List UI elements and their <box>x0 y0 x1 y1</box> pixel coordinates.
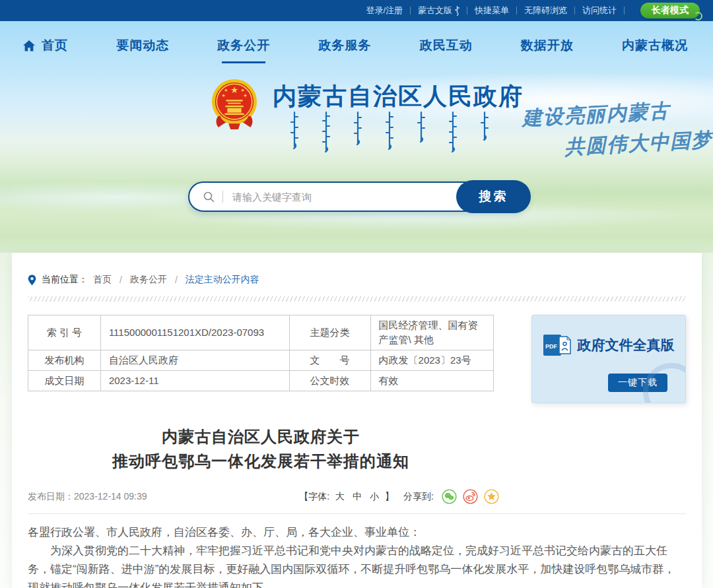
search-bar: 搜索 <box>188 181 529 212</box>
elder-mode-button[interactable]: 长者模式 <box>640 3 700 18</box>
breadcrumb-separator: / <box>119 275 122 285</box>
banner-slogan: 建设亮丽内蒙古 共圆伟大中国梦 <box>522 96 713 164</box>
body-paragraph: 各盟行政公署、市人民政府，自治区各委、办、厅、局，各大企业、事业单位： <box>28 523 686 542</box>
mongolian-mini-icon <box>455 6 459 16</box>
nav-label: 要闻动态 <box>116 37 169 54</box>
wechat-share-icon[interactable] <box>442 489 457 504</box>
weibo-share-icon[interactable] <box>463 489 478 504</box>
meta-label: 成文日期 <box>28 371 101 391</box>
breadcrumb-separator: / <box>175 275 178 285</box>
font-size-prefix: 【字体: <box>299 491 329 503</box>
pdf-download-panel: PDF 政府文件全真版 一键下载 <box>531 315 686 403</box>
breadcrumb: 当前位置： 首页 / 政务公开 / 法定主动公开内容 <box>28 253 686 286</box>
nav-item-overview[interactable]: 内蒙古概况 <box>622 37 688 54</box>
nav-label: 内蒙古概况 <box>622 37 688 54</box>
utility-bar: 登录/注册 蒙古文版 快捷菜单 无障碍浏览 访问统计 长者模式 <box>0 0 713 21</box>
publish-date: 发布日期：2023-12-14 09:39 <box>28 491 147 503</box>
slogan-line1: 建设亮丽内蒙古 <box>522 96 712 133</box>
site-banner: 首页 要闻动态 政务公开 政务服务 政民互动 数据开放 内蒙古概况 ★ ★ ★ … <box>0 21 713 253</box>
quick-menu-link[interactable]: 快捷菜单 <box>475 5 509 16</box>
font-size-medium[interactable]: 中 <box>353 491 362 503</box>
search-button[interactable]: 搜索 <box>456 180 531 213</box>
divider <box>222 191 223 203</box>
breadcrumb-gov-disclosure[interactable]: 政务公开 <box>130 274 167 286</box>
login-register-link[interactable]: 登录/注册 <box>366 5 403 16</box>
divider <box>28 513 686 514</box>
svg-text:★: ★ <box>224 88 228 93</box>
nav-label: 政务公开 <box>217 37 270 54</box>
page-background: 当前位置： 首页 / 政务公开 / 法定主动公开内容 索 引 号 1115000… <box>0 253 713 588</box>
share-label: 分享到: <box>403 491 434 503</box>
article-title: 内蒙古自治区人民政府关于 推动呼包鄂乌一体化发展若干举措的通知 <box>28 424 494 473</box>
meta-label: 主题分类 <box>289 315 370 350</box>
article-card: 当前位置： 首页 / 政务公开 / 法定主动公开内容 索 引 号 1115000… <box>12 253 702 588</box>
table-row: 成文日期 2023-12-11 公文时效 有效 <box>28 371 494 391</box>
visit-stats-link[interactable]: 访问统计 <box>582 5 617 16</box>
nav-item-interaction[interactable]: 政民互动 <box>420 37 473 54</box>
meta-value: 内政发〔2023〕23号 <box>370 350 493 371</box>
divider <box>574 7 575 15</box>
divider <box>624 7 625 15</box>
document-info-section: 索 引 号 1115000001151201XD/2023-07093 主题分类… <box>28 315 686 403</box>
search-icon <box>203 191 215 203</box>
table-row: 发布机构 自治区人民政府 文 号 内政发〔2023〕23号 <box>28 350 494 371</box>
accessibility-link[interactable]: 无障碍浏览 <box>524 5 567 16</box>
nav-label: 政务服务 <box>318 37 371 54</box>
nav-label: 首页 <box>42 37 68 54</box>
nav-item-open-data[interactable]: 数据开放 <box>521 37 574 54</box>
nav-item-home[interactable]: 首页 <box>22 37 68 54</box>
body-paragraph: 为深入贯彻党的二十大精神，牢牢把握习近平总书记和党中央对内蒙古的战略定位，完成好… <box>28 542 686 588</box>
site-title: 内蒙古自治区人民政府 <box>273 81 524 113</box>
divider <box>467 7 467 15</box>
national-emblem-icon: ★ ★ ★ ★ ★ <box>210 78 259 133</box>
article-meta-row: 发布日期：2023-12-14 09:39 【字体: 大 中 小 】 分享到: <box>28 489 499 504</box>
nav-item-gov-disclosure[interactable]: 政务公开 <box>217 37 270 54</box>
publish-date-value: 2023-12-14 09:39 <box>74 491 147 502</box>
nav-label: 政民互动 <box>420 37 473 54</box>
meta-value: 1115000001151201XD/2023-07093 <box>100 315 289 350</box>
breadcrumb-current[interactable]: 法定主动公开内容 <box>186 274 259 286</box>
svg-text:★: ★ <box>230 85 238 95</box>
svg-text:★: ★ <box>241 88 245 93</box>
divider <box>410 7 411 15</box>
svg-text:★: ★ <box>244 93 248 98</box>
search-box: 搜索 <box>188 181 529 212</box>
meta-label: 发布机构 <box>28 350 101 371</box>
home-icon <box>22 40 36 52</box>
meta-label: 公文时效 <box>289 371 370 391</box>
nav-label: 数据开放 <box>521 37 574 54</box>
meta-label: 文 号 <box>289 350 370 371</box>
meta-value: 有效 <box>370 371 493 391</box>
pdf-panel-title: 政府文件全真版 <box>578 336 675 354</box>
nav-item-news[interactable]: 要闻动态 <box>116 37 169 54</box>
article-body: 各盟行政公署、市人民政府，自治区各委、办、厅、局，各大企业、事业单位： 为深入贯… <box>28 523 686 588</box>
font-size-small[interactable]: 小 <box>370 491 379 503</box>
mongolian-version-link[interactable]: 蒙古文版 <box>418 5 452 16</box>
meta-value: 2023-12-11 <box>100 371 289 391</box>
one-click-download-button[interactable]: 一键下载 <box>608 374 667 392</box>
article-title-line2: 推动呼包鄂乌一体化发展若干举措的通知 <box>28 449 494 473</box>
pdf-icon: PDF <box>543 333 571 358</box>
document-meta-table: 索 引 号 1115000001151201XD/2023-07093 主题分类… <box>28 315 494 391</box>
mongolian-script <box>289 111 508 158</box>
publish-date-label: 发布日期： <box>28 491 74 502</box>
nav-item-gov-services[interactable]: 政务服务 <box>318 37 371 54</box>
font-size-suffix: 】 <box>385 491 394 503</box>
hatched-divider <box>28 296 686 302</box>
location-pin-icon <box>28 275 36 286</box>
main-navigation: 首页 要闻动态 政务公开 政务服务 政民互动 数据开放 内蒙古概况 <box>0 21 713 66</box>
table-row: 索 引 号 1115000001151201XD/2023-07093 主题分类… <box>28 315 494 350</box>
svg-text:★: ★ <box>221 93 225 98</box>
breadcrumb-label: 当前位置： <box>42 274 88 286</box>
divider <box>516 7 517 15</box>
meta-label: 索 引 号 <box>28 315 101 350</box>
article-title-line1: 内蒙古自治区人民政府关于 <box>28 424 494 449</box>
slogan-line2: 共圆伟大中国梦 <box>564 127 713 162</box>
svg-text:PDF: PDF <box>545 343 558 350</box>
meta-value: 自治区人民政府 <box>100 350 289 371</box>
font-size-large[interactable]: 大 <box>335 491 345 503</box>
favorite-star-icon[interactable] <box>484 489 499 504</box>
meta-value: 国民经济管理、国有资产监管\ 其他 <box>370 315 493 350</box>
breadcrumb-home[interactable]: 首页 <box>93 274 112 286</box>
